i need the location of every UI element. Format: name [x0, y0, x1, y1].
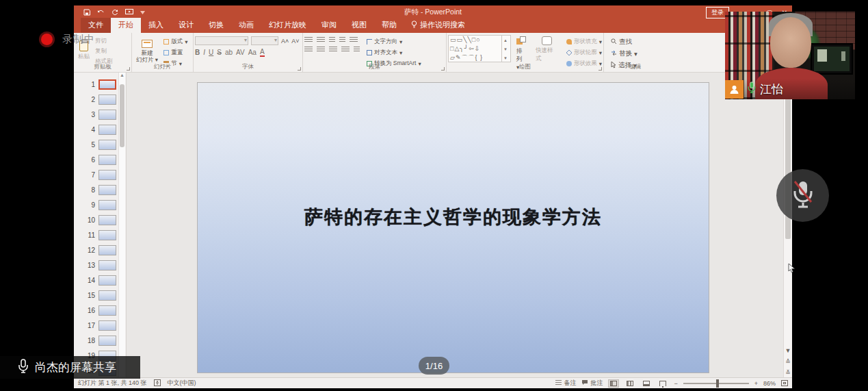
shape-outline-button[interactable]: 形状轮廓 ▾ [566, 48, 602, 57]
slide-thumbnail[interactable]: 4 [74, 122, 119, 137]
font-name-combo[interactable] [195, 36, 248, 45]
replace-button[interactable]: 替换 ▾ [611, 49, 660, 58]
slide-thumbnail-image[interactable] [98, 305, 116, 316]
font-color-button[interactable]: A [260, 48, 265, 57]
slide-thumbnail-image[interactable] [98, 125, 116, 135]
slide-thumbnail[interactable]: 3 [74, 107, 119, 122]
numbering-icon[interactable] [317, 37, 325, 43]
underline-button[interactable]: U [209, 49, 213, 56]
zoom-level[interactable]: 86% [763, 380, 776, 387]
slide-thumbnail-image[interactable] [98, 110, 116, 120]
columns-icon[interactable] [354, 47, 360, 53]
slide-thumbnail[interactable]: 13 [74, 257, 119, 273]
slide-thumbnail[interactable]: 16 [74, 303, 119, 318]
char-spacing-button[interactable]: AV [236, 49, 245, 56]
change-case-button[interactable]: Aa [248, 49, 257, 56]
notes-button[interactable]: 备注 [555, 379, 576, 388]
shrink-font-icon[interactable]: A˅ [291, 38, 299, 45]
thumbnail-panel-scrollbar[interactable]: ▲ [118, 73, 125, 377]
increase-indent-icon[interactable] [339, 37, 345, 43]
scrollbar-thumb[interactable] [120, 84, 124, 147]
menu-tab-9[interactable]: 视图 [344, 18, 374, 33]
slide-thumbnail[interactable]: 7 [74, 167, 119, 182]
shapes-gallery[interactable]: ▭▭╲╲□○ □△╮╯⇦⇩ ▱✎⌒⌒{ } ▲▼▼ [448, 35, 511, 62]
slide-thumbnail[interactable]: 15 [74, 288, 119, 303]
normal-view-button[interactable] [608, 379, 619, 388]
slide-thumbnail-image[interactable] [98, 320, 116, 331]
slide-canvas[interactable]: 萨特的存在主义哲学的现象学方法 [197, 82, 709, 373]
align-right-icon[interactable] [329, 47, 337, 53]
shape-fill-button[interactable]: 形状填充 ▾ [566, 37, 602, 46]
slide-thumbnail-image[interactable] [98, 275, 116, 286]
grow-font-icon[interactable]: A˄ [281, 38, 289, 45]
zoom-out-icon[interactable]: − [674, 380, 677, 387]
previous-slide-icon[interactable]: ≙ [784, 358, 792, 365]
slide-thumbnail[interactable]: 11 [74, 227, 119, 242]
slide-thumbnail-image[interactable] [98, 79, 116, 90]
menu-tab-5[interactable]: 切换 [201, 18, 231, 33]
zoom-slider[interactable] [683, 383, 749, 384]
slide-thumbnail-image[interactable] [98, 336, 116, 346]
slide-thumbnail[interactable]: 14 [74, 273, 119, 288]
decrease-indent-icon[interactable] [329, 37, 335, 43]
quick-styles-button[interactable]: 快速样式 [533, 35, 560, 64]
align-text-button[interactable]: 对齐文本 ▾ [367, 48, 421, 57]
text-shadow-button[interactable]: ab [225, 49, 233, 56]
menu-tab-7[interactable]: 幻灯片放映 [261, 18, 314, 33]
slide-thumbnail[interactable]: 5 [74, 137, 119, 152]
slide-thumbnail-image[interactable] [98, 200, 116, 210]
font-dialog-launcher[interactable] [298, 67, 301, 71]
slide-thumbnail-image[interactable] [98, 140, 116, 150]
font-size-combo[interactable] [251, 36, 278, 45]
slide-thumbnail[interactable]: 18 [74, 333, 119, 348]
new-slide-button[interactable]: 新建 幻灯片 ▾ [133, 38, 161, 64]
justify-icon[interactable] [341, 47, 350, 53]
slide-thumbnail[interactable]: 9 [74, 197, 119, 212]
webcam-video[interactable]: 江怡 [725, 12, 855, 99]
italic-button[interactable]: I [203, 49, 205, 56]
zoom-slider-thumb[interactable] [716, 379, 719, 388]
copy-button[interactable]: 复制 [95, 47, 113, 55]
drawing-dialog-launcher[interactable] [599, 67, 602, 71]
menu-tab-10[interactable]: 帮助 [374, 18, 404, 33]
slide-thumbnail-image[interactable] [98, 260, 116, 270]
fit-slide-to-window-icon[interactable] [781, 380, 788, 386]
layout-button[interactable]: 版式 ▾ [163, 37, 187, 46]
slide-thumbnail-image[interactable] [98, 170, 116, 180]
slide-thumbnail-image[interactable] [98, 215, 116, 225]
scroll-down-icon[interactable]: ▼ [784, 347, 792, 354]
slide-thumbnail-image[interactable] [98, 94, 116, 105]
align-center-icon[interactable] [317, 47, 325, 53]
customize-qat-icon[interactable] [140, 11, 145, 14]
start-slideshow-icon[interactable] [125, 9, 133, 16]
line-spacing-icon[interactable] [350, 37, 358, 43]
slide-thumbnail-image[interactable] [98, 230, 116, 240]
paragraph-dialog-launcher[interactable] [441, 67, 445, 71]
slide-thumbnail[interactable]: 6 [74, 152, 119, 167]
slideshow-button[interactable] [657, 379, 668, 388]
slide-number-status[interactable]: 幻灯片 第 1 张, 共 140 张 [78, 379, 147, 388]
slide-thumbnail[interactable]: 8 [74, 182, 119, 197]
find-button[interactable]: 查找 [611, 38, 660, 47]
slide-thumbnail[interactable]: 2 [74, 92, 119, 107]
menu-tab-4[interactable]: 设计 [171, 18, 201, 33]
menu-tab-2[interactable]: 开始 [111, 18, 141, 33]
redo-icon[interactable] [111, 9, 118, 16]
bullets-icon[interactable] [304, 37, 313, 43]
cut-button[interactable]: 剪切 [95, 37, 113, 45]
mute-toggle-button[interactable] [776, 169, 829, 222]
reading-view-button[interactable] [641, 379, 652, 388]
slide-thumbnail[interactable]: 12 [74, 242, 119, 257]
slide-thumbnail[interactable]: 10 [74, 212, 119, 227]
slide-sorter-view-button[interactable] [624, 379, 635, 388]
slide-thumbnail-image[interactable] [98, 290, 116, 301]
save-icon[interactable] [83, 9, 90, 16]
slide-thumbnail-image[interactable] [98, 155, 116, 165]
slide-thumbnail[interactable]: 1 [74, 77, 119, 92]
menu-tab-1[interactable]: 文件 [81, 18, 111, 33]
undo-icon[interactable] [97, 10, 105, 16]
zoom-in-icon[interactable]: + [754, 380, 758, 387]
reset-button[interactable]: 重置 [163, 48, 187, 57]
next-slide-icon[interactable]: ≚ [784, 369, 792, 376]
shapes-gallery-scroll[interactable]: ▲▼▼ [501, 36, 509, 62]
